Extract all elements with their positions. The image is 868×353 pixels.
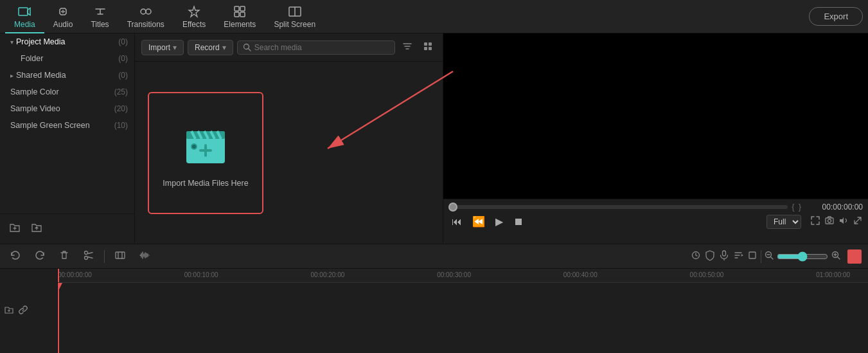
sidebar-item-project-media[interactable]: ▾ Project Media (0) <box>0 33 134 50</box>
ruler-label-1: 00:00:10:00 <box>184 271 218 278</box>
svg-rect-14 <box>429 47 432 50</box>
add-folder-button[interactable] <box>6 219 23 239</box>
sidebar-sample-color-label: Sample Color <box>10 87 114 96</box>
scrubber-thumb <box>448 203 457 212</box>
zoom-settings-button[interactable] <box>690 249 702 264</box>
effects-icon <box>187 5 201 19</box>
grid-icon <box>423 41 433 51</box>
go-to-start-button[interactable]: ⏮ <box>448 215 465 229</box>
svg-rect-0 <box>19 8 28 15</box>
sidebar-item-shared-media[interactable]: ▸ Shared Media (0) <box>0 67 134 84</box>
nav-split-screen[interactable]: Split Screen <box>265 0 324 33</box>
nav-titles[interactable]: Titles <box>82 0 118 33</box>
undo-button[interactable] <box>6 248 24 265</box>
sidebar-shared-media-count: (0) <box>118 71 128 80</box>
nav-media[interactable]: Media <box>5 0 44 33</box>
svg-rect-11 <box>424 42 427 46</box>
ruler-label-6: 01:00:00:00 <box>816 271 850 278</box>
zoom-in-button[interactable] <box>831 250 841 263</box>
sidebar-sample-green-screen-label: Sample Green Screen <box>10 121 114 130</box>
sidebar-item-sample-color[interactable]: Sample Color (25) <box>0 84 134 100</box>
import-button[interactable]: Import ▾ <box>141 40 184 55</box>
nav-media-label: Media <box>14 20 35 29</box>
record-chevron-icon: ▾ <box>222 43 226 52</box>
import-drop-zone[interactable]: Import Media Files Here <box>148 92 263 214</box>
zoom-out-button[interactable] <box>764 250 774 263</box>
in-point-bracket[interactable]: { <box>792 202 794 212</box>
ruler-label-5: 00:00:50:00 <box>690 271 724 278</box>
ruler-label-4: 00:00:40:00 <box>563 271 598 278</box>
stop-button[interactable]: ⏹ <box>510 215 527 229</box>
svg-point-18 <box>192 145 196 149</box>
ruler-label-3: 00:00:30:00 <box>437 271 471 278</box>
cut-button[interactable] <box>80 248 98 265</box>
nav-elements[interactable]: Elements <box>215 0 265 33</box>
sidebar-sample-video-count: (20) <box>114 104 128 113</box>
media-panel: Import ▾ Record ▾ <box>135 33 443 244</box>
crop-button[interactable] <box>747 249 758 264</box>
grid-view-button[interactable] <box>420 40 436 55</box>
audio-waveform-button[interactable] <box>136 248 154 265</box>
svg-point-23 <box>85 251 88 254</box>
sidebar-item-sample-video[interactable]: Sample Video (20) <box>0 100 134 117</box>
preview-controls: { } 00:00:00:00 ⏮ ⏪ ▶ ⏹ Full 1/2 1/4 <box>443 199 868 244</box>
shield-button[interactable] <box>704 249 716 264</box>
import-arrow <box>263 68 456 158</box>
redo-button[interactable] <box>31 248 49 265</box>
mic-button[interactable] <box>718 249 730 264</box>
scrubber-track[interactable] <box>448 205 788 209</box>
nav-audio[interactable]: Audio <box>44 0 82 33</box>
sidebar-project-media-label: Project Media <box>16 37 118 46</box>
media-icon <box>17 5 31 19</box>
zoom-slider[interactable] <box>777 251 828 262</box>
record-label: Record <box>195 43 220 52</box>
sidebar-shared-media-label: Shared Media <box>16 71 118 80</box>
timeline: 00:00:00:00 00:00:10:00 00:00:20:00 00:0… <box>0 244 868 353</box>
svg-rect-12 <box>429 42 432 46</box>
quality-select[interactable]: Full 1/2 1/4 <box>766 215 801 229</box>
screenshot-button[interactable] <box>824 215 835 228</box>
nav-transitions[interactable]: Transitions <box>118 0 173 33</box>
add-track-button[interactable] <box>4 305 14 317</box>
link-button[interactable] <box>18 305 28 317</box>
search-input[interactable] <box>254 43 389 52</box>
sidebar-item-folder[interactable]: Folder (0) <box>0 50 134 67</box>
chevron-right-icon: ▸ <box>10 72 13 79</box>
svg-point-22 <box>85 256 88 259</box>
resize-button[interactable] <box>853 215 863 228</box>
svg-rect-4 <box>240 6 245 11</box>
zoom-controls <box>690 249 862 264</box>
sidebar-sample-color-count: (25) <box>114 87 128 96</box>
svg-rect-3 <box>235 6 239 11</box>
svg-line-10 <box>248 49 250 51</box>
full-screen-preview-button[interactable] <box>810 215 820 228</box>
record-button[interactable]: Record ▾ <box>188 40 233 55</box>
filter-button[interactable] <box>399 40 416 55</box>
timeline-tracks-area: 00:00:00:00 00:00:10:00 00:00:20:00 00:0… <box>58 269 868 353</box>
timeline-ruler: 00:00:00:00 00:00:10:00 00:00:20:00 00:0… <box>58 269 868 283</box>
svg-rect-24 <box>116 252 125 258</box>
toolbar-divider <box>104 250 105 263</box>
svg-line-29 <box>771 257 774 259</box>
ruler-label-0: 00:00:00:00 <box>58 271 92 278</box>
sidebar-item-sample-green-screen[interactable]: Sample Green Screen (10) <box>0 117 134 134</box>
export-button[interactable]: Export <box>809 7 863 26</box>
svg-line-32 <box>838 257 840 259</box>
import-folder-button[interactable] <box>28 219 45 239</box>
svg-point-1 <box>141 9 146 14</box>
scrubber-row: { } 00:00:00:00 <box>448 202 863 212</box>
nav-effects[interactable]: Effects <box>173 0 215 33</box>
more-settings-button[interactable] <box>732 249 744 264</box>
volume-button[interactable] <box>838 215 849 228</box>
play-button[interactable]: ▶ <box>492 214 506 229</box>
playback-controls: ⏮ ⏪ ▶ ⏹ Full 1/2 1/4 <box>448 214 863 229</box>
step-back-button[interactable]: ⏪ <box>469 214 488 229</box>
import-chevron-icon: ▾ <box>173 43 177 52</box>
delete-button[interactable] <box>55 248 73 265</box>
out-point-bracket[interactable]: } <box>799 202 801 212</box>
svg-rect-13 <box>424 47 427 50</box>
clip-settings-button[interactable] <box>111 248 129 265</box>
preview-panel: { } 00:00:00:00 ⏮ ⏪ ▶ ⏹ Full 1/2 1/4 <box>443 33 868 244</box>
search-box <box>237 41 395 55</box>
sidebar-sample-video-label: Sample Video <box>10 104 114 113</box>
